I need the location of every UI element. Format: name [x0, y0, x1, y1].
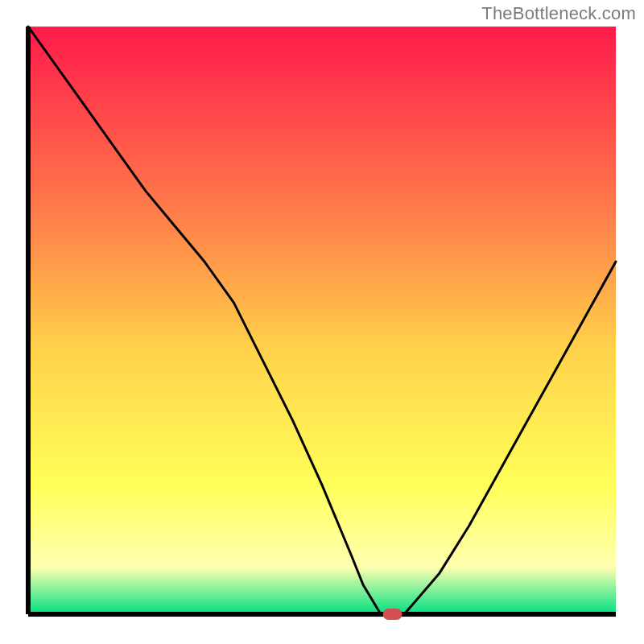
bottleneck-chart: [0, 0, 644, 644]
plot-background: [28, 27, 616, 614]
optimal-marker: [383, 609, 402, 620]
